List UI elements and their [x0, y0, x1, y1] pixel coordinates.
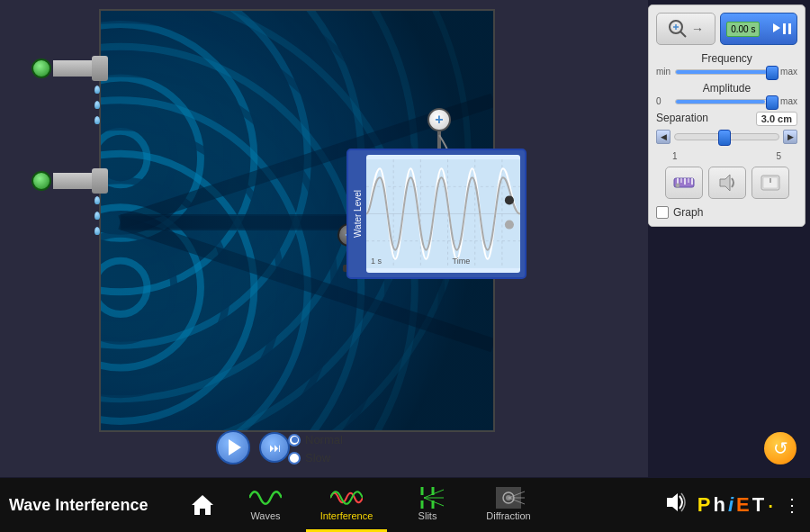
step-icon: ⏭	[269, 441, 281, 455]
graph-checkbox-row: Graph	[656, 206, 797, 219]
frequency-slider[interactable]	[675, 69, 778, 75]
separation-label: Separation	[656, 112, 708, 124]
frequency-thumb[interactable]	[766, 66, 778, 80]
more-options-button[interactable]: ⋮	[783, 494, 801, 516]
frequency-label: Frequency	[656, 52, 797, 65]
step-button[interactable]: ⏭	[259, 432, 290, 463]
pipe-top[interactable]	[32, 59, 103, 78]
separation-thumb[interactable]	[718, 130, 731, 146]
tab-slits[interactable]: Slits	[387, 478, 468, 532]
tab-waves-label: Waves	[250, 510, 280, 521]
speed-normal-label: Normal	[305, 433, 343, 446]
simulation-area: 1 cm	[0, 0, 648, 477]
timer-display: 0.00 s	[726, 22, 760, 37]
phet-i: i	[728, 493, 734, 517]
speed-normal-selected	[292, 437, 298, 443]
frequency-slider-row: min max	[656, 67, 797, 77]
phet-logo: P h i E T ·	[698, 491, 774, 519]
sep-min-num: 1	[672, 151, 678, 161]
speaker-button[interactable]	[708, 167, 746, 199]
separation-value: 3.0 cm	[756, 112, 797, 126]
tab-diffraction-label: Diffraction	[486, 510, 530, 521]
phet-h: h	[714, 493, 725, 517]
phet-e: E	[736, 493, 750, 517]
probe-head-1[interactable]: +	[428, 108, 451, 131]
amp-max-label: max	[780, 96, 797, 106]
pipe-source-2[interactable]	[32, 171, 51, 191]
home-button[interactable]	[180, 478, 225, 532]
timer-play-icon[interactable]	[773, 23, 780, 32]
separation-slider-row: ◀ ▶	[656, 130, 797, 144]
play-icon	[229, 439, 241, 455]
amplitude-slider[interactable]	[675, 99, 778, 104]
graph-popup: Water Level	[346, 149, 526, 279]
phet-t: T	[752, 493, 764, 517]
home-icon	[190, 492, 215, 518]
magnify-icon	[668, 19, 688, 39]
graph-check-label: Graph	[673, 206, 703, 219]
speed-controls: Normal Slow	[288, 433, 343, 464]
timer-pause-bar1	[783, 23, 786, 34]
ruler-icon	[672, 171, 696, 194]
pipe-body-1	[53, 60, 103, 77]
phet-p: P	[698, 493, 711, 517]
phet-refresh-area: ↺	[764, 432, 796, 464]
amplitude-thumb[interactable]	[766, 95, 778, 110]
volume-icon	[663, 490, 688, 515]
pipe-source-1[interactable]	[32, 59, 51, 78]
pipe-bottom[interactable]	[32, 171, 103, 191]
sep-max-num: 5	[776, 151, 781, 161]
drop	[94, 116, 100, 124]
amplitude-label: Amplitude	[656, 82, 797, 95]
stopwatch-icon	[759, 171, 782, 194]
tab-waves[interactable]: Waves	[225, 478, 306, 532]
drop	[94, 196, 100, 204]
water-drops-1	[94, 86, 100, 124]
pipe-nozzle-1	[92, 56, 108, 81]
graph-y-label: Water Level	[353, 155, 363, 273]
separation-increase-button[interactable]: ▶	[783, 130, 797, 144]
pipe-nozzle-2	[92, 168, 108, 194]
timer-button[interactable]: 0.00 s	[720, 13, 797, 45]
svg-marker-60	[192, 495, 213, 515]
separation-decrease-button[interactable]: ◀	[656, 130, 670, 144]
bottom-title: Wave Interference	[9, 496, 180, 515]
phet-dot: ·	[767, 491, 774, 519]
graph-content: 1 s Time	[366, 155, 520, 273]
graph-wave: 1 s Time	[366, 155, 520, 273]
control-panel: → 0.00 s Frequency min max Amplitude 0 m…	[648, 5, 806, 227]
amp-min-label: 0	[656, 96, 672, 106]
stopwatch-button[interactable]	[752, 167, 789, 199]
drop	[94, 227, 100, 235]
speed-normal-radio[interactable]	[288, 434, 301, 446]
waves-tab-icon	[249, 487, 282, 509]
speed-slow-label: Slow	[305, 451, 330, 464]
volume-button[interactable]	[663, 490, 688, 520]
speed-slow-radio[interactable]	[288, 452, 301, 464]
refresh-button[interactable]: ↺	[764, 432, 796, 464]
timer-play-controls[interactable]	[773, 23, 791, 34]
graph-checkbox[interactable]	[656, 206, 669, 219]
timer-pause-bar2	[788, 23, 791, 34]
svg-text:Time: Time	[453, 257, 471, 266]
amplitude-slider-row: 0 max	[656, 96, 797, 106]
drop	[94, 101, 100, 109]
magnify-button[interactable]: →	[656, 13, 716, 45]
svg-line-46	[680, 32, 686, 37]
tab-diffraction[interactable]: Diffraction	[468, 478, 549, 532]
top-btn-row: → 0.00 s	[656, 13, 797, 45]
pipe-body-2	[53, 173, 103, 189]
tab-slits-label: Slits	[418, 510, 437, 521]
speed-normal-option[interactable]: Normal	[288, 433, 343, 446]
bottom-bar: Wave Interference Waves Interference	[0, 478, 810, 532]
freq-min-label: min	[656, 67, 672, 77]
drop	[94, 212, 100, 220]
measure-tool-button[interactable]	[665, 167, 703, 199]
separation-slider[interactable]	[674, 133, 779, 140]
speed-slow-option[interactable]: Slow	[288, 451, 343, 464]
svg-point-41	[505, 195, 514, 204]
tab-interference[interactable]: Interference	[306, 478, 387, 532]
play-button[interactable]	[216, 430, 250, 464]
speaker-icon	[716, 171, 739, 194]
interference-tab-icon	[330, 487, 363, 509]
